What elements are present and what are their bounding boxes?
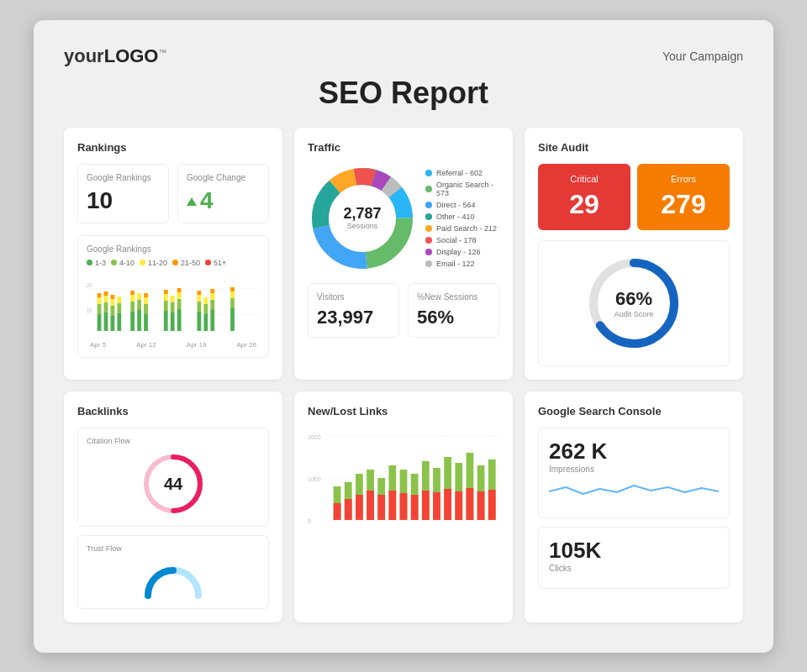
svg-rect-10 [104,296,108,302]
gsc-title: Google Search Console [538,405,730,417]
newlost-chart: 2000 1000 0 [308,428,499,528]
dot-social [425,237,432,244]
svg-rect-50 [210,293,214,300]
rankings-chart-label: Google Rankings [87,244,260,254]
rankings-title: Rankings [77,141,269,154]
svg-rect-102 [477,491,485,520]
label-email: Email - 122 [436,260,475,268]
backlinks-title: Backlinks [77,405,269,417]
clicks-value: 105K [549,538,719,564]
audit-card: Site Audit Critical 29 Errors 279 [525,128,743,380]
impressions-metric: 262 K Impressions [538,428,730,518]
page-title: SEO Report [64,76,743,111]
svg-rect-39 [177,292,182,299]
svg-text:0: 0 [308,517,311,525]
svg-rect-52 [230,308,235,331]
legend-item-51plus: 51+ [205,259,226,267]
svg-rect-38 [177,299,182,309]
svg-rect-21 [130,295,134,302]
svg-rect-8 [104,312,108,331]
traffic-card: Traffic [294,128,513,380]
dot-referral [425,170,432,176]
svg-rect-42 [198,302,202,312]
traffic-donut-container: 2,787 Sessions [308,164,417,273]
svg-rect-20 [130,302,134,312]
newlost-title: New/Lost Links [308,405,499,417]
svg-rect-32 [164,294,168,301]
x-label-apr26: Apr 26 [236,341,256,349]
label-social: Social - 178 [436,236,477,244]
svg-rect-78 [345,499,352,520]
svg-rect-5 [98,304,102,314]
svg-text:20: 20 [87,281,92,288]
legend-other: Other - 410 [425,213,499,221]
audit-score-center: 66% Audit Score [614,288,654,318]
svg-rect-44 [198,291,202,295]
svg-rect-25 [137,293,141,300]
chart-x-labels: Apr 5 Apr 12 Apr 19 Apr 26 [87,341,260,349]
svg-rect-12 [111,316,115,331]
legend-organic: Organic Search - 573 [425,181,499,197]
legend-dot-51plus [205,260,211,265]
impressions-value: 262 K [549,438,719,465]
trust-label: Trust Flow [87,544,260,553]
logo-bold: LOGO [104,45,159,66]
svg-rect-17 [117,303,121,313]
dot-organic [425,186,432,192]
legend-dot-1-3 [87,260,92,265]
impressions-wave-svg [549,479,719,504]
svg-rect-43 [198,295,202,302]
svg-rect-37 [177,309,182,331]
gsc-card: Google Search Console 262 K Impressions … [525,391,743,622]
svg-rect-47 [203,297,208,304]
audit-critical-badge: Critical 29 [538,164,630,230]
clicks-label: Clicks [549,564,719,573]
svg-rect-94 [433,492,440,520]
errors-value: 279 [646,189,721,220]
audit-title: Site Audit [538,141,730,154]
logo: yourLOGO™ [64,45,166,67]
trust-gauge [140,558,207,600]
citation-value: 44 [164,474,182,493]
legend-dot-11-20 [140,260,145,265]
google-rankings-box: Google Rankings 10 [77,164,169,223]
svg-rect-86 [388,491,396,520]
svg-rect-92 [422,491,430,520]
svg-text:2000: 2000 [308,433,321,441]
google-change-value: 4 [187,187,260,214]
audit-score-pct: 66% [614,288,654,310]
sessions-label: Sessions [343,222,381,230]
svg-rect-13 [111,306,115,316]
legend-label-21-50: 21-50 [181,259,200,267]
svg-rect-96 [444,489,451,520]
svg-text:10: 10 [87,307,92,313]
svg-rect-76 [334,503,341,520]
donut-center: 2,787 Sessions [343,206,381,231]
svg-rect-26 [144,314,148,331]
dot-direct [425,202,432,208]
svg-rect-30 [164,311,168,331]
traffic-inner: 2,787 Sessions Referral - 602 Organic Se… [308,164,499,273]
svg-rect-82 [367,491,374,520]
legend-item-21-50: 21-50 [172,259,200,267]
audit-score-box: 66% Audit Score [538,240,730,366]
traffic-legend: Referral - 602 Organic Search - 573 Dire… [425,164,499,273]
google-rankings-value: 10 [87,187,160,214]
svg-rect-16 [117,313,121,331]
audit-score-container: 66% Audit Score [583,253,684,354]
svg-rect-23 [137,310,141,331]
svg-rect-24 [137,300,141,310]
label-referral: Referral - 602 [436,169,483,177]
header: yourLOGO™ Your Campaign [64,45,743,67]
logo-text: your [64,45,104,66]
svg-rect-88 [400,493,408,520]
trust-flow-box: Trust Flow [77,535,269,609]
critical-value: 29 [546,189,622,220]
rankings-legend: 1-3 4-10 11-20 21-50 [87,259,260,267]
audit-badges: Critical 29 Errors 279 [538,164,730,230]
x-label-apr12: Apr 12 [136,341,156,349]
rankings-metrics: Google Rankings 10 Google Change 4 [77,164,269,223]
label-organic: Organic Search - 573 [436,181,499,197]
legend-item-1-3: 1-3 [87,259,106,267]
legend-social: Social - 178 [425,236,499,244]
